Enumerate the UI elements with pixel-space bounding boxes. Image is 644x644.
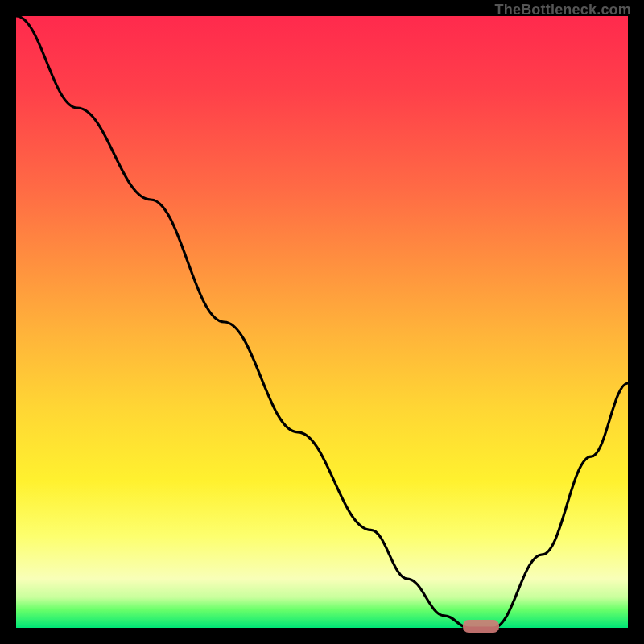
optimal-zone-marker (463, 620, 500, 632)
curve-path (16, 16, 628, 628)
chart-frame: TheBottleneck.com (0, 0, 644, 644)
bottleneck-curve (16, 16, 628, 628)
gradient-plot-area (16, 16, 628, 628)
